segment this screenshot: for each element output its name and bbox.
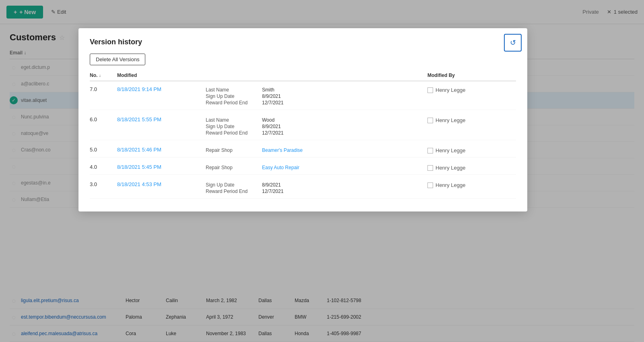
- sort-arrow: ↓: [99, 73, 101, 78]
- modified-by-checkbox[interactable]: [427, 148, 433, 153]
- version-date-link[interactable]: 8/18/2021 4:53 PM: [117, 181, 161, 187]
- version-number: 7.0: [90, 86, 97, 92]
- col-fields-spacer: [206, 73, 427, 78]
- field-label: Reward Period End: [206, 189, 262, 194]
- field-value: Smith: [262, 87, 275, 93]
- version-item: 3.0 8/18/2021 4:53 PM Sign Up Date 8/9/2…: [90, 178, 516, 199]
- field-value: Wood: [262, 117, 275, 123]
- version-item: 4.0 8/18/2021 5:45 PM Repair Shop Easy A…: [90, 161, 516, 175]
- field-value: 12/7/2021: [262, 100, 283, 106]
- field-label: Last Name: [206, 117, 262, 123]
- modified-by-checkbox[interactable]: [427, 165, 433, 171]
- field-value: 8/9/2021: [262, 124, 281, 129]
- modified-by-cell: Henry Legge: [427, 116, 516, 123]
- field-row: Reward Period End 12/7/2021: [206, 189, 427, 194]
- field-row: Last Name Wood: [206, 117, 427, 123]
- delete-all-label: Delete All Versions: [96, 56, 139, 62]
- vh-column-headers: No. ↓ Modified Modified By: [90, 73, 516, 81]
- col-modified-header[interactable]: Modified: [117, 73, 206, 78]
- version-number: 6.0: [90, 116, 97, 122]
- version-number: 4.0: [90, 164, 97, 170]
- field-row: Sign Up Date 8/9/2021: [206, 124, 427, 129]
- version-date-link[interactable]: 8/18/2021 5:46 PM: [117, 147, 161, 153]
- modified-by-name: Henry Legge: [436, 182, 465, 188]
- field-label: Repair Shop: [206, 147, 262, 153]
- field-label: Reward Period End: [206, 100, 262, 106]
- modified-by-cell: Henry Legge: [427, 164, 516, 171]
- modified-by-checkbox[interactable]: [427, 118, 433, 123]
- col-no-header[interactable]: No. ↓: [90, 73, 117, 78]
- field-label: Sign Up Date: [206, 124, 262, 129]
- modified-by-name: Henry Legge: [436, 147, 465, 153]
- version-item: 7.0 8/18/2021 9:14 PM Last Name Smith Si…: [90, 83, 516, 110]
- field-value: 12/7/2021: [262, 130, 283, 136]
- refresh-icon: ↺: [510, 38, 516, 47]
- field-value-link[interactable]: Beamer's Paradise: [262, 147, 303, 153]
- field-value: 8/9/2021: [262, 93, 281, 99]
- field-row: Reward Period End 12/7/2021: [206, 130, 427, 136]
- version-date-link[interactable]: 8/18/2021 5:55 PM: [117, 116, 161, 122]
- version-date-link[interactable]: 8/18/2021 5:45 PM: [117, 164, 161, 170]
- modified-by-name: Henry Legge: [436, 165, 465, 171]
- version-date-link[interactable]: 8/18/2021 9:14 PM: [117, 86, 161, 92]
- modified-by-cell: Henry Legge: [427, 181, 516, 188]
- field-label: Last Name: [206, 87, 262, 93]
- modified-by-cell: Henry Legge: [427, 147, 516, 153]
- modified-by-name: Henry Legge: [436, 87, 465, 93]
- field-row: Repair Shop Beamer's Paradise: [206, 147, 427, 153]
- field-value: 8/9/2021: [262, 182, 281, 188]
- versions-scroll-container[interactable]: 7.0 8/18/2021 9:14 PM Last Name Smith Si…: [90, 83, 516, 202]
- field-row: Reward Period End 12/7/2021: [206, 100, 427, 106]
- modified-by-checkbox[interactable]: [427, 182, 433, 188]
- modified-by-name: Henry Legge: [436, 117, 465, 123]
- version-item: 5.0 8/18/2021 5:46 PM Repair Shop Beamer…: [90, 143, 516, 158]
- field-value-link[interactable]: Easy Auto Repair: [262, 165, 299, 170]
- modal-title: Version history: [90, 38, 516, 46]
- modified-by-cell: Henry Legge: [427, 86, 516, 93]
- field-label: Repair Shop: [206, 165, 262, 170]
- field-row: Sign Up Date 8/9/2021: [206, 93, 427, 99]
- version-history-modal: ↺ Version history Delete All Versions No…: [78, 28, 527, 211]
- field-value: 12/7/2021: [262, 189, 283, 194]
- field-label: Sign Up Date: [206, 93, 262, 99]
- field-label: Sign Up Date: [206, 182, 262, 188]
- modal-close-button[interactable]: ↺: [504, 34, 522, 52]
- field-label: Reward Period End: [206, 130, 262, 136]
- field-row: Repair Shop Easy Auto Repair: [206, 165, 427, 170]
- delete-all-versions-button[interactable]: Delete All Versions: [90, 54, 145, 65]
- col-modified-by-header[interactable]: Modified By: [427, 73, 516, 78]
- version-number: 5.0: [90, 147, 97, 153]
- version-item: 6.0 8/18/2021 5:55 PM Last Name Wood Sig…: [90, 113, 516, 140]
- version-number: 3.0: [90, 181, 97, 187]
- modified-by-checkbox[interactable]: [427, 87, 433, 93]
- field-row: Last Name Smith: [206, 87, 427, 93]
- field-row: Sign Up Date 8/9/2021: [206, 182, 427, 188]
